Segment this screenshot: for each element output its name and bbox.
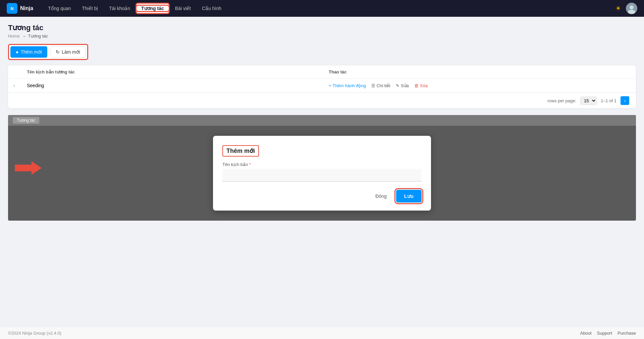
- action-delete[interactable]: 🗑 Xóa: [414, 83, 428, 88]
- modal-area: Tương tác Thêm mới Tên kịch bản *: [8, 115, 636, 221]
- list-icon: ☰: [371, 83, 375, 88]
- red-arrow-icon: [15, 161, 42, 175]
- rows-per-page-label: rows per page:: [547, 98, 576, 103]
- logo-icon: N: [7, 3, 17, 14]
- brand-logo[interactable]: N Ninja: [7, 3, 33, 14]
- nav-item-tong-quan[interactable]: Tổng quan: [43, 4, 75, 13]
- page-range: 1–1 of 1: [601, 98, 616, 103]
- trash-icon: 🗑: [414, 83, 419, 88]
- modal-topbar-tab: Tương tác: [13, 117, 39, 124]
- rows-per-page-select[interactable]: 15 25 50: [580, 97, 597, 105]
- action-delete-label: Xóa: [420, 83, 428, 88]
- action-detail-label: Chi tiết: [377, 83, 390, 88]
- modal-dialog: Thêm mới Tên kịch bản * Đóng Lưu: [213, 136, 431, 211]
- modal-section-container: Tương tác Thêm mới Tên kịch bản *: [8, 115, 636, 221]
- svg-text:N: N: [10, 6, 13, 11]
- row-actions: + Thêm hành động ☰ Chi tiết ✎ Sửa 🗑 Xóa: [329, 83, 631, 88]
- footer: ©2024 Ninja Group (v2.4.0) About Support…: [0, 327, 644, 339]
- col-expand: [13, 69, 27, 74]
- table-container: Tên kịch bản tương tác Thao tác › Seedin…: [8, 65, 636, 108]
- modal-body-area: Thêm mới Tên kịch bản * Đóng Lưu: [8, 126, 636, 221]
- form-group-kichban: Tên kịch bản *: [222, 162, 422, 182]
- action-edit-label: Sửa: [401, 83, 409, 88]
- field-label-text: Tên kịch bản: [222, 162, 248, 167]
- modal-footer: Đóng Lưu: [222, 190, 422, 203]
- svg-point-3: [630, 5, 634, 9]
- row-name: Seeding: [27, 83, 329, 88]
- plus-icon: +: [329, 83, 331, 88]
- nav-item-bai-viet[interactable]: Bài viết: [170, 4, 196, 13]
- nav-item-tuong-tac[interactable]: Tương tác: [137, 4, 169, 13]
- refresh-icon: ↻: [56, 49, 60, 55]
- footer-purchase[interactable]: Purchase: [618, 331, 636, 336]
- table-header: Tên kịch bản tương tác Thao tác: [8, 65, 636, 79]
- svg-marker-5: [15, 161, 42, 175]
- field-label: Tên kịch bản *: [222, 162, 422, 167]
- nav-item-thiet-bi[interactable]: Thiết bị: [77, 4, 103, 13]
- them-moi-label: Thêm mới: [20, 49, 42, 55]
- lam-moi-button[interactable]: ↻ Làm mới: [50, 46, 86, 58]
- sun-icon[interactable]: ☀: [615, 5, 621, 12]
- required-mark: *: [249, 162, 251, 167]
- page-title: Tương tác: [8, 23, 636, 32]
- footer-about[interactable]: About: [580, 331, 592, 336]
- pagination-bar: rows per page: 15 25 50 1–1 of 1 ›: [8, 93, 636, 108]
- brand-name: Ninja: [20, 5, 33, 11]
- modal-title: Thêm mới: [223, 146, 258, 156]
- breadcrumb: Home → Tương tác: [8, 34, 636, 39]
- avatar[interactable]: [626, 3, 637, 14]
- navbar: N Ninja Tổng quan Thiết bị Tài khoản Tươ…: [0, 0, 644, 17]
- lam-moi-label: Làm mới: [62, 49, 80, 55]
- nav-items: Tổng quan Thiết bị Tài khoản Tương tác B…: [43, 4, 605, 13]
- footer-support[interactable]: Support: [597, 331, 612, 336]
- table-row: › Seeding + Thêm hành động ☰ Chi tiết ✎ …: [8, 79, 636, 93]
- page-next-button[interactable]: ›: [621, 96, 629, 105]
- nav-item-cau-hinh[interactable]: Cấu hình: [197, 4, 226, 13]
- edit-icon: ✎: [396, 83, 399, 88]
- col-actions-header: Thao tác: [329, 69, 631, 74]
- modal-topbar: Tương tác: [8, 115, 636, 126]
- kichban-input[interactable]: [222, 169, 422, 182]
- breadcrumb-current: Tương tác: [28, 34, 48, 39]
- navbar-right: ☀: [615, 3, 637, 14]
- action-add[interactable]: + Thêm hành động: [329, 83, 366, 88]
- copyright: ©2024 Ninja Group (v2.4.0): [8, 331, 61, 336]
- action-add-label: Thêm hành động: [333, 83, 366, 88]
- breadcrumb-home[interactable]: Home: [8, 34, 20, 39]
- action-edit[interactable]: ✎ Sửa: [396, 83, 409, 88]
- add-circle-icon: ●: [16, 49, 18, 55]
- nav-item-tuong-tac-wrapper: Tương tác: [137, 6, 169, 11]
- dong-button[interactable]: Đóng: [370, 191, 392, 202]
- col-name-header: Tên kịch bản tương tác: [27, 69, 329, 74]
- main-content: Tương tác Home → Tương tác ● Thêm mới ↻ …: [0, 17, 644, 247]
- row-expand-icon[interactable]: ›: [13, 83, 27, 88]
- breadcrumb-separator: →: [22, 34, 26, 39]
- them-moi-button[interactable]: ● Thêm mới: [10, 46, 47, 58]
- footer-links: About Support Purchase: [580, 331, 636, 336]
- action-detail[interactable]: ☰ Chi tiết: [371, 83, 390, 88]
- nav-item-tai-khoan[interactable]: Tài khoản: [104, 4, 135, 13]
- luu-button[interactable]: Lưu: [396, 190, 422, 203]
